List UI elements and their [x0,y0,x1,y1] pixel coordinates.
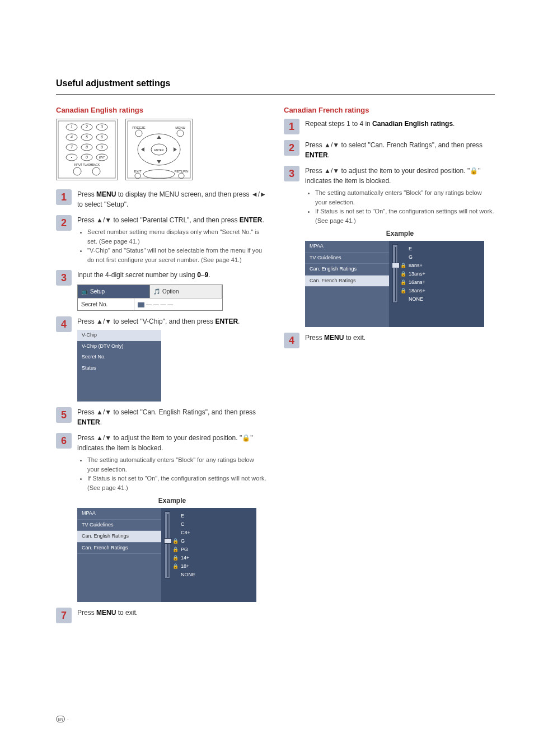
rating-label: NONE [181,571,195,579]
svg-text:1: 1 [71,125,73,129]
vchip-menu-item: Status [77,363,161,374]
tv-icon: 📺 [81,287,88,296]
svg-point-14 [73,167,81,175]
svg-text:8: 8 [86,145,88,149]
rating-item: C [172,521,195,528]
ratings-source-row: MPAA [305,241,389,253]
rating-label: 14+ [181,554,189,562]
svg-text:3: 3 [101,125,103,129]
rating-label: E [181,512,184,520]
step-body: Press ▲/▼ to select "Can. French Ratings… [305,140,495,160]
left-column: Canadian English ratings [56,106,267,629]
instruction-step: 4Press MENU to exit. [284,333,495,348]
vchip-menu-item: Secret No. [77,352,161,363]
step-body: Input the 4-digit secret number by using… [77,270,267,311]
osd-tab-setup: 📺 Setup [78,285,150,298]
remote-nav-pad: FREEZE MENU ENTER EXIT RETURN [125,119,193,183]
osd-ratings-example: MPAATV GuidelinesCan. English RatingsCan… [305,241,484,327]
osd-tab-option: 🎵 Option [150,285,222,298]
rating-item: 🔒14+ [172,554,195,562]
rating-item: 🔒18+ [172,563,195,570]
rating-label: G [181,538,185,545]
step-body: Press ▲/▼ to select "Can. English Rating… [77,407,267,427]
right-subhead: Canadian French ratings [284,106,495,114]
rating-label: C8+ [181,529,190,537]
note-item: The setting automatically enters "Block"… [87,455,267,474]
step-body: Press MENU to exit. [77,608,267,618]
footer-dot: · [67,716,69,722]
svg-text:0: 0 [86,155,88,159]
lock-icon: 🔒 [400,287,406,295]
rating-item: 🔒13ans+ [400,270,425,278]
lock-icon: 🔒 [172,554,179,562]
svg-text:6: 6 [101,135,103,139]
svg-text:RETURN: RETURN [175,170,189,173]
manual-page: Useful adjustment settings Canadian Engl… [0,0,534,756]
secret-number-field: — — — — [134,298,222,310]
instruction-step: 1Press MENU to display the MENU screen, … [56,189,267,209]
ratings-source-row: TV Guidelines [305,253,389,264]
step-number: 4 [284,333,299,348]
vchip-menu-item: V-Chip (DTV Only) [77,341,161,352]
step-notes: The setting automatically enters "Block"… [77,455,267,492]
rating-label: 16ans+ [409,279,425,287]
note-item: Secret number setting menu displays only… [87,227,267,246]
svg-text:FREEZE: FREEZE [132,126,146,129]
svg-text:2: 2 [85,125,88,129]
step-number: 5 [56,407,72,423]
svg-text:7: 7 [71,145,73,149]
instruction-step: 3Press ▲/▼ to adjust the item to your de… [284,166,495,327]
rating-item: 🔒16ans+ [400,279,425,286]
rating-label: 18+ [181,563,189,571]
svg-point-42 [143,170,175,179]
svg-text:9: 9 [101,145,103,149]
rating-label: 18ans+ [409,287,425,295]
osd-ratings-example: MPAATV GuidelinesCan. English RatingsCan… [77,508,256,602]
step-body: Press MENU to exit. [305,333,495,343]
step-number: 7 [56,608,72,623]
rating-label: NONE [409,296,423,304]
instruction-step: 1Repeat steps 1 to 4 in Canadian English… [284,119,495,134]
slider-cursor [164,538,172,544]
step-number: 2 [284,140,299,156]
left-subhead: Canadian English ratings [56,106,267,114]
svg-point-34 [177,130,184,137]
ratings-source-row: Can. English Ratings [305,264,389,276]
instruction-step: 5Press ▲/▼ to select "Can. English Ratin… [56,407,267,427]
step-body: Press ▲/▼ to select "Parental CTRL", and… [77,215,267,264]
svg-text:MENU: MENU [175,126,185,129]
svg-text:ENT: ENT [99,156,105,159]
step-number: 1 [56,189,72,205]
rating-item: NONE [400,296,425,303]
lock-icon: 🔒 [400,279,406,287]
ratings-source-row: TV Guidelines [77,520,161,531]
rating-item: NONE [172,571,195,578]
example-label: Example [305,228,495,239]
section-title: Useful adjustment settings [56,78,495,88]
step-number: 4 [56,316,72,332]
lock-icon: 🔒 [172,563,179,571]
svg-text:INPUT FLASHBACK: INPUT FLASHBACK [74,163,100,166]
svg-point-32 [135,130,142,137]
note-item: The setting automatically enters "Block"… [315,188,495,207]
rating-item: 🔒8ans+ [400,262,425,269]
step-notes: The setting automatically enters "Block"… [305,188,495,225]
lock-icon: 🔒 [400,262,406,270]
rating-label: E [409,245,412,253]
note-item: If Status is not set to "On", the config… [315,207,495,225]
step-number: 3 [284,166,299,181]
svg-text:4: 4 [71,135,73,139]
two-column-layout: Canadian English ratings [56,106,495,629]
svg-text:5: 5 [86,135,88,139]
page-footer: EN · [56,716,69,722]
ratings-source-row: Can. English Ratings [77,531,161,543]
rating-label: 13ans+ [409,270,425,278]
step-body: Press MENU to display the MENU screen, a… [77,189,267,209]
svg-text:•: • [71,155,73,159]
lock-icon: 🔒 [172,538,179,545]
instruction-step: 2Press ▲/▼ to select "Can. French Rating… [284,140,495,160]
note-item: "V-Chip" and "Status" will not be select… [87,246,267,264]
step-body: Press ▲/▼ to adjust the item to your des… [305,166,495,327]
rating-label: PG [181,546,188,554]
instruction-step: 3Input the 4-digit secret number by usin… [56,270,267,311]
